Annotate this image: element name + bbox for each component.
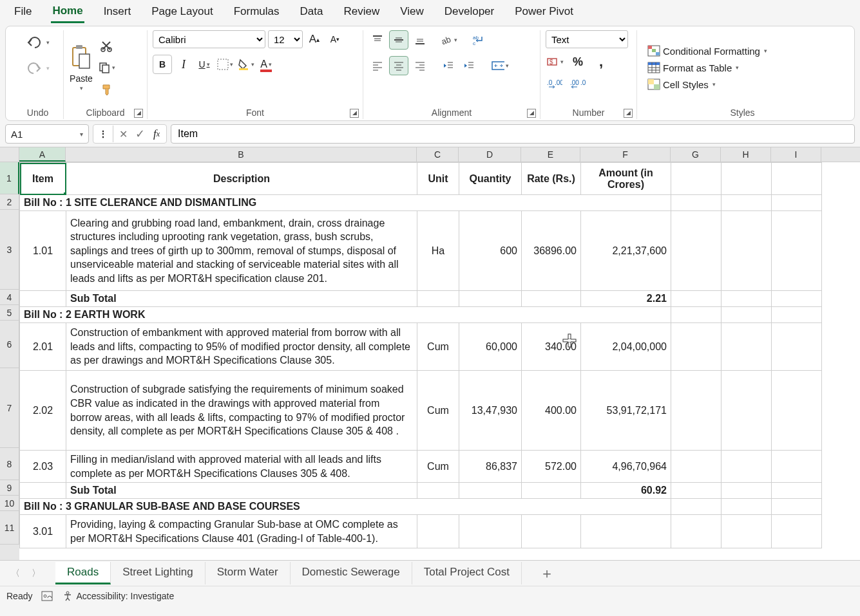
cell[interactable] — [522, 291, 581, 307]
cell[interactable]: Rate (Rs.) — [522, 163, 581, 195]
row-header-8[interactable]: 8 — [0, 448, 19, 480]
cell[interactable] — [772, 371, 822, 451]
number-launcher[interactable]: ◢ — [624, 109, 633, 118]
align-right-button[interactable] — [411, 57, 429, 74]
bold-button[interactable]: B — [153, 55, 172, 74]
cell[interactable]: Bill No : 3 GRANULAR SUB-BASE AND BASE C… — [20, 499, 671, 515]
cell[interactable]: 2.21 — [581, 291, 671, 307]
cell[interactable]: 2.02 — [20, 371, 66, 451]
cell[interactable] — [671, 195, 721, 211]
cell[interactable] — [721, 307, 772, 323]
column-headers[interactable]: ABCDEFGHI — [0, 147, 860, 162]
accept-formula-button[interactable]: ✓ — [131, 126, 148, 142]
cancel-formula-button[interactable]: ✕ — [115, 126, 131, 142]
cell[interactable] — [522, 483, 581, 499]
col-header-C[interactable]: C — [417, 147, 459, 162]
cell[interactable] — [721, 195, 772, 211]
row-header-7[interactable]: 7 — [0, 368, 19, 448]
cell[interactable] — [772, 211, 822, 291]
cell[interactable] — [671, 163, 721, 195]
sheet-tab-domestic-sewerage[interactable]: Domestic Sewerage — [291, 562, 412, 584]
row-headers[interactable]: 1234567891011 — [0, 162, 19, 560]
fill-color-button[interactable] — [236, 56, 254, 73]
cell[interactable]: Bill No : 2 EARTH WORK — [20, 307, 671, 323]
name-box[interactable]: A1 ▾ — [5, 124, 89, 144]
cell[interactable] — [772, 499, 822, 515]
cell[interactable]: 1.01 — [20, 211, 66, 291]
select-all-corner[interactable] — [0, 147, 19, 162]
percent-button[interactable]: % — [569, 53, 587, 70]
cell[interactable] — [772, 451, 822, 483]
menu-formulas[interactable]: Formulas — [233, 3, 281, 22]
increase-decimal-button[interactable]: .0.00 — [546, 75, 564, 92]
cell[interactable] — [417, 515, 459, 548]
add-sheet-button[interactable]: ＋ — [537, 564, 557, 583]
cell[interactable]: 60,000 — [459, 323, 522, 371]
cell[interactable] — [721, 451, 772, 483]
decrease-font-button[interactable]: A▾ — [326, 31, 344, 48]
cell[interactable] — [20, 291, 66, 307]
increase-font-button[interactable]: A▴ — [305, 31, 323, 48]
format-painter-button[interactable] — [97, 81, 115, 98]
row-header-11[interactable]: 11 — [0, 511, 19, 545]
cell[interactable]: Clearing and grubbing road land, embankm… — [66, 211, 417, 291]
cell[interactable]: 86,837 — [459, 451, 522, 483]
clipboard-launcher[interactable]: ◢ — [134, 109, 143, 118]
paste-button[interactable]: Paste ▾ — [69, 44, 93, 91]
cell[interactable]: Construction of embankment with approved… — [66, 323, 417, 371]
menu-file[interactable]: File — [13, 3, 33, 22]
row-header-9[interactable]: 9 — [0, 480, 19, 496]
comma-button[interactable]: , — [592, 53, 610, 70]
cell[interactable]: 2,04,00,000 — [581, 323, 671, 371]
cell[interactable]: Filling in median/island with approved m… — [66, 451, 417, 483]
cell[interactable]: Providing, laying & compacting Granular … — [66, 515, 417, 548]
cell[interactable]: 13,47,930 — [459, 371, 522, 451]
cell[interactable]: Description — [66, 163, 417, 195]
format-as-table-button[interactable]: Format as Table — [647, 62, 739, 73]
cell[interactable]: Quantity — [459, 163, 522, 195]
menu-developer[interactable]: Developer — [443, 3, 496, 22]
cell[interactable]: 2.03 — [20, 451, 66, 483]
cell-styles-button[interactable]: Cell Styles — [647, 79, 716, 90]
stats-icon[interactable] — [41, 591, 53, 601]
cell[interactable] — [721, 211, 772, 291]
cell[interactable]: 600 — [459, 211, 522, 291]
cell[interactable]: 53,91,72,171 — [581, 371, 671, 451]
formula-menu-icon[interactable]: ⋮ — [95, 126, 111, 142]
row-header-2[interactable]: 2 — [0, 194, 19, 210]
conditional-formatting-button[interactable]: Conditional Formatting — [647, 45, 767, 57]
cell[interactable]: 572.00 — [522, 451, 581, 483]
cell[interactable] — [459, 291, 522, 307]
align-center-button[interactable] — [389, 56, 408, 75]
cell[interactable]: Sub Total — [66, 483, 417, 499]
cell[interactable] — [671, 307, 721, 323]
menu-power-pivot[interactable]: Power Pivot — [513, 3, 575, 22]
cell[interactable] — [671, 451, 721, 483]
tab-nav-next[interactable]: 〉 — [27, 568, 45, 579]
accounting-format-button[interactable]: $ — [546, 53, 564, 70]
menu-data[interactable]: Data — [299, 3, 325, 22]
cell[interactable] — [721, 515, 772, 548]
font-name-select[interactable]: Calibri — [153, 30, 265, 48]
cell[interactable]: Cum — [417, 371, 459, 451]
cell[interactable]: Unit — [417, 163, 459, 195]
font-color-button[interactable]: A — [257, 56, 275, 73]
sheet-tab-total-project-cost[interactable]: Total Project Cost — [412, 562, 522, 584]
increase-indent-button[interactable] — [460, 57, 478, 74]
cell[interactable]: Amount (in Crores) — [581, 163, 671, 195]
align-left-button[interactable] — [368, 57, 387, 74]
alignment-launcher[interactable]: ◢ — [527, 109, 536, 118]
font-size-select[interactable]: 12 — [268, 30, 303, 48]
cell[interactable] — [671, 211, 721, 291]
cell[interactable] — [459, 515, 522, 548]
menu-page-layout[interactable]: Page Layout — [150, 3, 214, 22]
cell-A1[interactable]: Item — [20, 163, 66, 195]
col-header-A[interactable]: A — [19, 147, 66, 162]
cell[interactable]: Ha — [417, 211, 459, 291]
row-header-10[interactable]: 10 — [0, 496, 19, 511]
cell[interactable] — [772, 163, 822, 195]
sheet-tab-street-lighting[interactable]: Street Lighting — [111, 562, 205, 584]
cell[interactable] — [772, 291, 822, 307]
cell[interactable] — [459, 483, 522, 499]
accessibility-status[interactable]: Accessibility: Investigate — [62, 590, 174, 602]
